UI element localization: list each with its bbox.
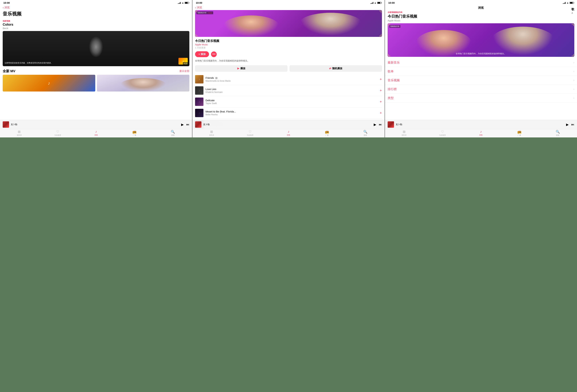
song-add-4[interactable]: +: [380, 111, 382, 115]
corner-tr-3: [572, 24, 574, 26]
browse-nav-mv[interactable]: 音乐视频 ›: [385, 76, 577, 85]
phone-1: 10:00 ▲ ‹ 浏览 音乐视频 独家视频: [0, 0, 192, 137]
explicit-badge-1: E: [215, 77, 217, 79]
song-item-3[interactable]: ♪ Delicate Taylor Swift +: [195, 96, 382, 107]
next-button-1[interactable]: ⏭: [186, 123, 189, 126]
song-artist-taylor: Taylor Swift: [206, 102, 378, 105]
tab-radio-2[interactable]: 📻 广播: [308, 130, 346, 136]
shuffle-button[interactable]: ⇄ 随机播放: [289, 65, 382, 72]
back-button-1[interactable]: ‹ 浏览: [3, 6, 189, 9]
browse-nav-new-music[interactable]: 最新音乐 ›: [385, 58, 577, 67]
song-artist-4: Bebe Rexha: [206, 113, 378, 116]
playlist-description: 全球热门音乐视频导向，为你呈现最精彩的旋律和镜头。: [192, 59, 384, 65]
player-controls-2: ▶ ⏭: [374, 123, 382, 127]
foryou-label-2: 为你推荐: [247, 134, 253, 136]
player-info-2: 克卜勒: [203, 123, 372, 126]
library-label-1: 资料库: [17, 134, 22, 136]
tab-browse-2[interactable]: ♪ 浏览: [269, 130, 308, 136]
tab-browse-3[interactable]: ♪ 浏览: [462, 130, 500, 136]
phone-3: 10:00 ▲ 浏览 全新视频播放列表 今日热门音乐视频 Apple Music: [385, 0, 577, 137]
tab-foryou-2[interactable]: ♡ 为你推荐: [231, 130, 269, 136]
song-item-4[interactable]: ♪ Meant to Be (feat. Florida... Bebe Rex…: [195, 107, 382, 119]
radio-label-1: 广播: [133, 134, 136, 136]
play-button-1[interactable]: ▶: [181, 123, 184, 127]
browse-nav-charts[interactable]: 排行榜 ›: [385, 85, 577, 94]
tab-search-3[interactable]: 🔍 搜索: [539, 130, 577, 136]
library-label-2: 资料库: [209, 134, 214, 136]
wifi-icon-1: ▲: [182, 1, 184, 4]
radio-icon-3: 📻: [517, 130, 521, 134]
tab-foryou-1[interactable]: ♡ 为你推荐: [38, 130, 77, 136]
song-add-1[interactable]: +: [380, 77, 382, 81]
browse-nav-label-5: 类型: [388, 96, 394, 100]
status-time-2: 10:00: [196, 1, 202, 4]
tab-radio-1[interactable]: 📻 广播: [115, 130, 154, 136]
song-item-2[interactable]: ♪ Love Lies Khalid & Normani +: [195, 85, 382, 96]
browse-nav-playlist[interactable]: 歌单 ›: [385, 67, 577, 76]
song-thumb-2: ♪: [195, 86, 203, 95]
exclusive-title-1: Colors: [0, 23, 192, 27]
play-button-2[interactable]: ▶ 播放: [195, 65, 288, 72]
play-button-bar-2[interactable]: ▶: [374, 123, 376, 127]
browse-cover-desc: 全球热门音乐视频导向，为你呈现最精彩的旋律和镜头。: [388, 52, 574, 55]
exclusive-label-1: 独家视频: [0, 18, 192, 23]
tab-library-1[interactable]: ⊞ 资料库: [0, 130, 38, 136]
radio-icon-1: 📻: [132, 130, 137, 134]
tab-bar-1: ⊞ 资料库 ♡ 为你推荐 ♪ 浏览 📻 广播 🔍 搜索: [0, 129, 192, 137]
status-icons-1: ▲: [178, 1, 189, 4]
back-button-2[interactable]: ‹ 浏览: [195, 6, 382, 9]
next-button-2[interactable]: ⏭: [379, 123, 382, 126]
back-chevron-2: ‹: [195, 6, 196, 9]
foryou-icon-1: ♡: [56, 130, 59, 134]
foryou-icon-3: ♡: [441, 130, 444, 134]
main-video-1[interactable]: 以鲜明色彩涂抹音乐诗篇，诠释多彩而任性的后现代摇滚。 ♪ 4:23: [3, 31, 189, 66]
tab-foryou-3[interactable]: ♡ 为你推荐: [423, 130, 462, 136]
tab-search-2[interactable]: 🔍 搜索: [346, 130, 385, 136]
tab-library-2[interactable]: ⊞ 资料库: [192, 130, 231, 136]
new-mv-title: 全新 MV: [3, 69, 15, 73]
add-button[interactable]: + 添加: [195, 51, 209, 57]
battery-icon-2: [377, 2, 381, 4]
nav-bar-2: ‹ 浏览: [192, 5, 384, 10]
song-info-3: Delicate Taylor Swift: [206, 99, 378, 105]
tab-search-1[interactable]: 🔍 搜索: [154, 130, 192, 136]
corner-tr: [379, 11, 381, 13]
exclusive-artist-1: Beck: [0, 27, 192, 31]
song-add-2[interactable]: +: [380, 88, 382, 93]
song-add-3[interactable]: +: [380, 99, 382, 104]
browse-nav-label-4: 排行榜: [388, 87, 397, 91]
more-button[interactable]: •••: [211, 51, 217, 57]
tab-browse-1[interactable]: ♪ 浏览: [77, 130, 115, 136]
browse-nav-label-1: 最新音乐: [388, 61, 400, 65]
browse-nav-genre[interactable]: 类型 ›: [385, 94, 577, 102]
playlist-label-text: 视频播放列表: [197, 12, 207, 14]
playlist-video-label: 视频播放列表 ♪ Music: [196, 11, 213, 14]
new-mv-header: 全新 MV 显示全部: [0, 66, 192, 75]
browse-cover-3[interactable]: 视频播放列表 全球热门音乐视频导向，为你呈现最精彩的旋律和镜头。: [388, 23, 574, 57]
show-all-link[interactable]: 显示全部: [179, 69, 189, 73]
player-thumb-1: [3, 121, 9, 128]
song-info-1: Friends E Marshmello & Anne-Marie: [206, 76, 378, 82]
browse-chevron-4: ›: [574, 88, 574, 91]
tab-library-3[interactable]: ⊞ 资料库: [385, 130, 423, 136]
tab-radio-3[interactable]: 📻 广播: [500, 130, 539, 136]
mv-thumbnails: ♪: [0, 75, 192, 92]
status-time-3: 10:00: [388, 1, 395, 4]
play-button-bar-3[interactable]: ▶: [566, 123, 569, 127]
song-thumb-3: ♪: [195, 98, 203, 106]
mv-thumb-2[interactable]: [97, 75, 189, 92]
browse-chevron-3: ›: [574, 79, 574, 82]
player-bar-1: 克卜勒 ▶ ⏭: [0, 120, 192, 129]
song-item-1[interactable]: ♪ Friends E Marshmello & Anne-Marie +: [195, 74, 382, 85]
playlist-cover-2[interactable]: 视频播放列表 ♪ Music: [195, 10, 382, 37]
player-info-3: 克卜勒: [396, 123, 564, 126]
song-title-1: Friends E: [206, 76, 378, 79]
extra-label-3: 歌 A: [572, 7, 574, 15]
status-bar-2: 10:00 ▲: [192, 0, 384, 5]
signal-icon-3: [563, 2, 566, 4]
search-label-3: 搜索: [556, 134, 559, 136]
shuffle-icon: ⇄: [329, 67, 331, 70]
next-button-3[interactable]: ⏭: [571, 123, 574, 126]
back-chevron-1: ‹: [3, 6, 4, 9]
mv-thumb-1[interactable]: ♪: [3, 75, 95, 92]
